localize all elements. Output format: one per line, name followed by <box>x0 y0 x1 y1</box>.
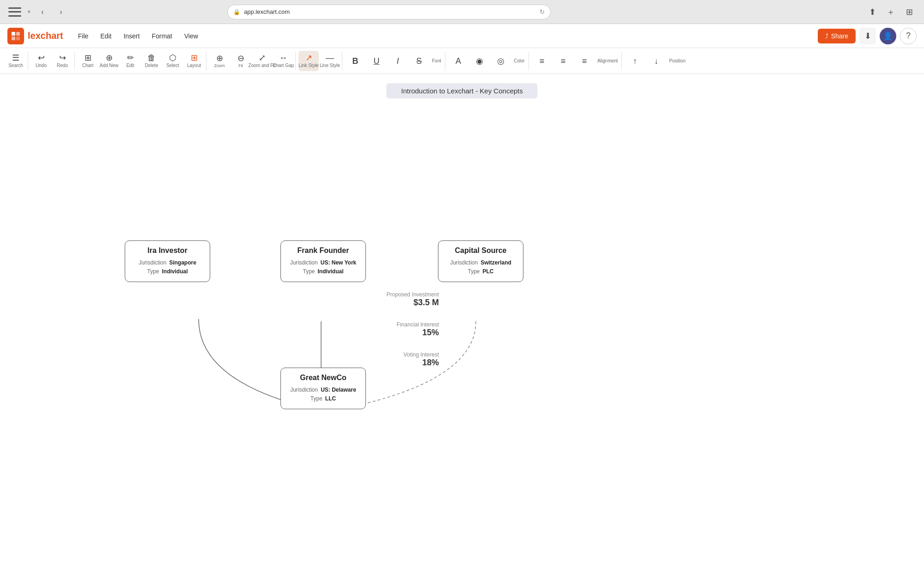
great-newco-jurisdiction: Jurisdiction US: Delaware <box>288 386 358 394</box>
svg-rect-1 <box>16 32 20 36</box>
border-color-icon: ◎ <box>497 57 505 65</box>
chart-icon: ⊞ <box>85 54 91 62</box>
position-down-icon: ↓ <box>654 57 658 65</box>
logo-icon <box>7 28 24 44</box>
chart-tool-button[interactable]: ⊞ Chart <box>78 51 98 71</box>
zoom-fit-tool-button[interactable]: ⤢ Zoom and Fit <box>252 51 272 71</box>
share-button[interactable]: ⤴ Share <box>818 29 856 43</box>
toolbar: ☰ Search ↩ Undo ↪ Redo ⊞ Chart ⊕ Add New <box>0 48 924 74</box>
node-great-newco[interactable]: Great NewCo Jurisdiction US: Delaware Ty… <box>280 368 366 409</box>
svg-rect-0 <box>12 32 15 36</box>
bold-tool-button[interactable]: B <box>345 51 365 71</box>
node-capital-source[interactable]: Capital Source Jurisdiction Switzerland … <box>438 240 523 282</box>
redo-icon: ↪ <box>59 54 66 62</box>
add-new-icon: ⊕ <box>106 54 113 62</box>
font-color-tool-button[interactable]: A <box>448 51 468 71</box>
strikethrough-tool-button[interactable]: S <box>409 51 429 71</box>
app: lexchart File Edit Insert Format View ⤴ … <box>0 24 924 578</box>
underline-tool-button[interactable]: U <box>366 51 387 71</box>
logo-text: lexchart <box>28 31 63 41</box>
download-button[interactable]: ⬇ <box>859 28 876 44</box>
zoom-in-icon: ⊕ <box>216 54 223 62</box>
connections-svg <box>0 74 924 578</box>
line-style-tool-button[interactable]: — Line Style <box>320 51 340 71</box>
capital-source-jurisdiction: Jurisdiction Switzerland <box>446 258 516 267</box>
select-tool-button[interactable]: ⬡ Select <box>163 51 183 71</box>
zoom-out-tool-button[interactable]: ⊖ Fit <box>231 51 251 71</box>
canvas-area[interactable]: Introduction to Lexchart - Key Concepts … <box>0 74 924 578</box>
delete-tool-button[interactable]: 🗑 Delete <box>141 51 162 71</box>
download-icon: ⬇ <box>864 31 871 41</box>
strikethrough-icon: S <box>416 57 422 65</box>
redo-tool-button[interactable]: ↪ Redo <box>52 51 73 71</box>
position-up-icon: ↑ <box>633 57 637 65</box>
zoom-in-tool-button[interactable]: ⊕ Zoom <box>209 51 230 71</box>
search-tool-button[interactable]: ☰ Search <box>6 51 26 71</box>
search-icon: ☰ <box>12 54 19 62</box>
edit-icon: ✏ <box>127 54 134 62</box>
address-bar[interactable]: 🔒 app.lexchart.com ↻ <box>227 5 551 19</box>
format-menu[interactable]: Format <box>146 30 177 43</box>
share-icon: ⤴ <box>825 32 828 40</box>
undo-tool-button[interactable]: ↩ Undo <box>31 51 51 71</box>
edit-menu[interactable]: Edit <box>95 30 117 43</box>
chart-gap-icon: ↔ <box>279 54 287 62</box>
select-icon: ⬡ <box>169 54 176 62</box>
line-style-icon: — <box>326 54 334 62</box>
node-frank-founder[interactable]: Frank Founder Jurisdiction US: New York … <box>280 240 366 282</box>
toolbar-group-font: B U I S Font <box>343 52 445 70</box>
align-right-tool-button[interactable]: ≡ <box>574 51 595 71</box>
toolbar-group-link-style: ↗ Link Style — Line Style <box>297 52 342 70</box>
browser-actions: ⬆ ＋ ⊞ <box>865 5 917 19</box>
toolbar-group-alignment: ≡ ≡ ≡ Alignment <box>530 52 622 70</box>
great-newco-type: Type LLC <box>288 394 358 403</box>
align-center-tool-button[interactable]: ≡ <box>553 51 573 71</box>
align-left-tool-button[interactable]: ≡ <box>532 51 552 71</box>
position-up-tool-button[interactable]: ↑ <box>625 51 645 71</box>
help-button[interactable]: ? <box>900 28 917 44</box>
forward-button[interactable]: › <box>55 6 67 18</box>
toolbar-group-search: ☰ Search <box>4 52 28 70</box>
file-menu[interactable]: File <box>73 30 94 43</box>
lock-icon: 🔒 <box>233 9 240 15</box>
position-down-tool-button[interactable]: ↓ <box>646 51 666 71</box>
edit-tool-button[interactable]: ✏ Edit <box>120 51 140 71</box>
annotation-proposed-investment: Proposed Investment $3.5 M <box>387 291 439 307</box>
chart-gap-tool-button[interactable]: ↔ Chart Gap <box>273 51 293 71</box>
layout-tool-button[interactable]: ⊞ Layout <box>184 51 204 71</box>
frank-founder-name: Frank Founder <box>288 246 358 255</box>
delete-icon: 🗑 <box>147 54 156 62</box>
node-ira-investor[interactable]: Ira Investor Jurisdiction Singapore Type… <box>125 240 210 282</box>
logo[interactable]: lexchart <box>7 28 63 44</box>
browser-chrome: ▾ ‹ › 🔒 app.lexchart.com ↻ ⬆ ＋ ⊞ <box>0 0 924 24</box>
view-menu[interactable]: View <box>179 30 204 43</box>
bold-icon: B <box>353 57 359 65</box>
svg-rect-3 <box>16 37 20 40</box>
refresh-icon[interactable]: ↻ <box>540 8 545 15</box>
share-page-button[interactable]: ⬆ <box>865 5 880 19</box>
user-avatar-button[interactable]: 👤 <box>880 28 896 44</box>
nav-right: ⤴ Share ⬇ 👤 ? <box>818 28 917 44</box>
border-color-tool-button[interactable]: ◎ <box>491 51 511 71</box>
sidebar-toggle-btn[interactable] <box>7 6 22 18</box>
italic-tool-button[interactable]: I <box>388 51 408 71</box>
help-icon: ? <box>906 31 911 41</box>
ira-investor-jurisdiction: Jurisdiction Singapore <box>133 258 202 267</box>
add-new-tool-button[interactable]: ⊕ Add New <box>99 51 119 71</box>
link-style-tool-button[interactable]: ↗ Link Style <box>298 51 319 71</box>
annotation-voting-interest: Voting Interest 18% <box>403 351 439 368</box>
layout-icon: ⊞ <box>191 54 198 62</box>
back-button[interactable]: ‹ <box>36 6 49 18</box>
frank-founder-type: Type Individual <box>288 267 358 276</box>
frank-founder-jurisdiction: Jurisdiction US: New York <box>288 258 358 267</box>
italic-icon: I <box>396 57 399 65</box>
toolbar-group-zoom: ⊕ Zoom ⊖ Fit ⤢ Zoom and Fit ↔ Chart Gap <box>207 52 296 70</box>
grid-button[interactable]: ⊞ <box>902 5 917 19</box>
toolbar-group-undo-redo: ↩ Undo ↪ Redo <box>29 52 75 70</box>
new-tab-button[interactable]: ＋ <box>883 5 898 19</box>
fill-color-tool-button[interactable]: ◉ <box>469 51 490 71</box>
font-color-icon: A <box>456 57 461 65</box>
insert-menu[interactable]: Insert <box>118 30 145 43</box>
undo-icon: ↩ <box>38 54 45 62</box>
annotation-financial-interest: Financial Interest 15% <box>397 321 439 338</box>
